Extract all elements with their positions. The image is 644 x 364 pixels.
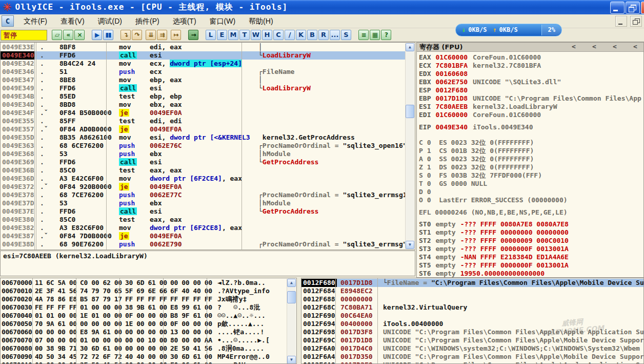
- restart-button[interactable]: «: [63, 30, 73, 40]
- go-to-button[interactable]: →: [188, 30, 198, 40]
- register-row[interactable]: D 0: [417, 188, 643, 196]
- chevron-left-icon[interactable]: <: [613, 43, 617, 51]
- stack-row[interactable]: 0012F69000C64EA0: [301, 312, 644, 320]
- view-memory-button[interactable]: M: [228, 30, 238, 40]
- disasm-row[interactable]: 0049E369.FFD6callesi└GetProcAddress: [1, 158, 405, 166]
- register-row[interactable]: ESI7C80AEEBkernel32.LoadLibraryW: [417, 103, 643, 111]
- menu-item[interactable]: 选项(T): [166, 15, 203, 27]
- mdi-restore-button[interactable]: [630, 16, 642, 27]
- disasm-row[interactable]: 0049E34F.ˇ0F84 B50B0000je0049EF0A: [1, 109, 405, 117]
- register-row[interactable]: ST2empty-??? FFFF 00000009 000C0010: [417, 237, 643, 245]
- disasm-row[interactable]: 0049E34B.85EDtestebp, ebp: [1, 92, 405, 101]
- dump-row[interactable]: 006700204A 78 86 E8B5 87 79 17FF FF FF F…: [1, 295, 286, 303]
- view-threads-button[interactable]: T: [239, 30, 250, 40]
- dump-row[interactable]: 0067006000 00 00 00E8 9A 61 0000 00 00 0…: [1, 328, 286, 336]
- help-button[interactable]: ?: [381, 30, 391, 40]
- register-row[interactable]: P 1 CS 001B 32位 0(FFFFFFFF): [417, 147, 643, 155]
- close-button[interactable]: [641, 2, 644, 14]
- disasm-row[interactable]: 0049E36B.85C0testeax, eax: [1, 166, 405, 175]
- disasm-row[interactable]: 0049E357.ˇ0F84 AD0B0000je0049EF0A: [1, 125, 405, 133]
- stack-row[interactable]: 0012F68800000000: [301, 295, 644, 303]
- dump-row[interactable]: 0067000011 6C 5A 00C0 00 62 0030 6D 61 0…: [1, 279, 286, 287]
- dump-row[interactable]: 0067005070 9A 61 0000 00 00 001E 00 00 0…: [1, 320, 286, 328]
- dump-row[interactable]: 0067004001 01 00 001E 01 00 000F 00 00 0…: [1, 312, 286, 320]
- appearance-button[interactable]: ▦: [370, 30, 380, 40]
- dump-row[interactable]: 0067007007 00 00 0001 00 00 0000 00 10 0…: [1, 336, 286, 344]
- execute-till-return-button[interactable]: ↦: [171, 30, 181, 40]
- dump-row[interactable]: 006700904D 50 34 4572 72 6F 7240 40 00 0…: [1, 353, 286, 361]
- pause-button[interactable]: ▮▮: [103, 30, 113, 40]
- disasm-row[interactable]: 0049E340.FFD6callesi└LoadLibraryW: [1, 51, 405, 60]
- run-button[interactable]: ▶: [92, 30, 102, 40]
- network-monitor-widget[interactable]: ↓ 0KB/S ↑ 0KB/S 2%: [455, 24, 562, 36]
- register-row[interactable]: EDI01C60000CoreFoun.01C60000: [417, 111, 643, 119]
- view-references-button[interactable]: R: [318, 30, 329, 40]
- scroll-up-icon[interactable]: ▲: [406, 43, 414, 51]
- disasm-row[interactable]: 0049E38D.68 90E76200push0062E790┌ProcNam…: [1, 240, 405, 248]
- restore-button[interactable]: [626, 2, 640, 14]
- register-row[interactable]: EIP0049E340iTools.0049E340: [417, 123, 643, 131]
- dump-row[interactable]: 006700A000 00 00 002E 50 41 5600 00 00 0…: [1, 361, 286, 364]
- stack-row[interactable]: 0012F69400400000iTools.00400000: [301, 320, 644, 328]
- disasm-row[interactable]: 0049E342.8B4C24 24movecx, dword ptr [esp…: [1, 60, 405, 68]
- scroll-up-icon[interactable]: ▲: [287, 279, 296, 287]
- register-row[interactable]: O 0 LastErr ERROR_SUCCESS (00000000): [417, 196, 643, 204]
- disasm-row[interactable]: 0049E37D.53pushebx│hModule: [1, 199, 405, 207]
- close-button[interactable]: ×: [74, 30, 85, 40]
- mdi-minimize-button[interactable]: [615, 16, 627, 27]
- register-row[interactable]: T 0 GS 0000 NULL: [417, 180, 643, 188]
- minimize-button[interactable]: [610, 2, 625, 14]
- disasm-row[interactable]: 0049E35D.8B35 A8626100movesi, dword ptr …: [1, 133, 405, 142]
- menu-item[interactable]: 帮助(H): [242, 15, 279, 27]
- dump-scrollbar[interactable]: ▲ ▼: [287, 279, 296, 364]
- register-row[interactable]: EFL 00000246 (NO,NB,E,BE,NS,PE,GE,LE): [417, 208, 643, 217]
- view-log-button[interactable]: L: [206, 30, 216, 40]
- view-patches-button[interactable]: /: [285, 30, 295, 40]
- chevron-left-icon[interactable]: <: [633, 43, 637, 51]
- disasm-row[interactable]: 0049E378.68 7CE76200push0062E77C┌ProcNam…: [1, 191, 405, 199]
- menu-item[interactable]: 文件(F): [17, 15, 54, 27]
- register-row[interactable]: S 0 FS 003B 32位 7FFDF000(FFF): [417, 171, 643, 180]
- stack-row[interactable]: 0012F6A40017D350UNICODE "C:\Program File…: [301, 353, 644, 361]
- view-cpu-button[interactable]: C: [273, 30, 284, 40]
- stack-row[interactable]: 0012F68C7C80BA71kernel32.VirtualQuery: [301, 303, 644, 312]
- disasm-row[interactable]: 0049E34D.8BD8movebx, eax: [1, 101, 405, 109]
- mdi-child-icon[interactable]: C: [2, 15, 14, 27]
- dump-row[interactable]: 0067008000 38 9B 7130 6D 61 0000 00 00 0…: [1, 344, 286, 353]
- stack-row[interactable]: 0012F6980017D3F8UNICODE "C:\Program File…: [301, 328, 644, 336]
- register-row[interactable]: A 0 SS 0023 32位 0(FFFFFFFF): [417, 155, 643, 163]
- disasm-row[interactable]: 0049E372.ˇ0F84 920B0000je0049EF0A: [1, 183, 405, 191]
- disasm-row[interactable]: 0049E33E.8BF8movedi, eax│: [1, 43, 405, 51]
- stack-row[interactable]: 0012F69C0017D1D8UNICODE "C:\Program File…: [301, 336, 644, 344]
- disasm-row[interactable]: 0049E36D.A3 E42C6F00movdword ptr [6F2CE4…: [1, 175, 405, 183]
- disasm-row[interactable]: 0049E349.FFD6callesi└LoadLibraryW: [1, 84, 405, 92]
- disasm-row[interactable]: 0049E382.A3 E82C6F00movdword ptr [6F2CE8…: [1, 224, 405, 232]
- register-row[interactable]: EBP0017D1D8UNICODE "C:\Program Files\Com…: [417, 94, 643, 103]
- view-executables-button[interactable]: E: [217, 30, 227, 40]
- register-row[interactable]: ECX7C801BFAkernel32.7C801BFA: [417, 62, 643, 70]
- view-source-button[interactable]: S: [341, 30, 351, 40]
- stack-row[interactable]: 0012F6800017D1D8└FileName = "C:\Program …: [301, 279, 644, 287]
- view-windows-button[interactable]: W: [251, 30, 261, 40]
- view-breakpoints-button[interactable]: B: [307, 30, 317, 40]
- stack-row[interactable]: 0012F6A80017D3F8UNICODE "C:\Program File…: [301, 361, 644, 364]
- scrollbar-thumb[interactable]: [406, 105, 414, 118]
- stack-row[interactable]: 0012F6A00017D4C0UNICODE "C:\WINDOWS\syst…: [301, 344, 644, 353]
- step-into-button[interactable]: ↴: [120, 30, 131, 40]
- disasm-row[interactable]: 0049E368.53pushebx│hModule: [1, 150, 405, 158]
- menu-item[interactable]: 查看(V): [54, 15, 91, 27]
- register-row[interactable]: EAX01C60000CoreFoun.01C60000: [417, 53, 643, 62]
- register-row[interactable]: ST3empty-??? FFFF 0000000F 0013001A: [417, 245, 643, 253]
- step-over-button[interactable]: ↷: [132, 30, 142, 40]
- register-row[interactable]: ST4empty-NAN FFFF E218384D ED1A4A6E: [417, 253, 643, 261]
- disassembly-scrollbar[interactable]: ▲ ▼: [405, 43, 414, 249]
- dump-row[interactable]: 006700102E 3F 41 5674 79 70 655F 69 6E 6…: [1, 287, 286, 295]
- dump-row[interactable]: 00670030FE FF FF FF01 00 00 0038 9B 61 0…: [1, 303, 286, 312]
- register-row[interactable]: ST1empty-??? FFFF 00000000 00000000: [417, 228, 643, 237]
- register-row[interactable]: ESP0012F680: [417, 86, 643, 94]
- view-run-trace-button[interactable]: ...: [330, 30, 340, 40]
- disasm-row[interactable]: 0049E380.85C0testeax, eax: [1, 216, 405, 224]
- animate-over-button[interactable]: ⇉: [157, 30, 167, 40]
- disasm-row[interactable]: 0049E355.85FFtestedi, edi: [1, 117, 405, 125]
- register-row[interactable]: ST5empty-??? FFFF 0000000F 0013001A: [417, 261, 643, 270]
